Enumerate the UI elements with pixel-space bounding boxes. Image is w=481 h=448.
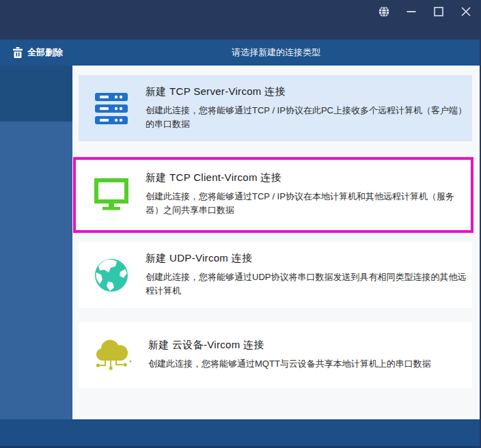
minimize-button[interactable] xyxy=(398,3,425,20)
card-title: 新建 TCP Client-Vircom 连接 xyxy=(146,171,468,184)
card-udp-vircom[interactable]: 新建 UDP-Vircom 连接 创建此连接，您将能够通过UDP协议将串口数据发… xyxy=(79,242,472,308)
language-globe-icon[interactable] xyxy=(370,3,398,20)
card-title: 新建 云设备-Vircom 连接 xyxy=(148,339,471,352)
language-globe-icon xyxy=(379,6,389,17)
monitor-icon xyxy=(94,178,129,210)
close-button[interactable] xyxy=(452,3,480,20)
minimize-icon xyxy=(407,7,416,16)
server-icon xyxy=(94,93,129,124)
card-description: 创建此连接，您将能够通过MQTT与云设备共享本地计算机上的串口数据 xyxy=(148,357,471,371)
card-description: 创建此连接，您将能够通过TCP / IP协议在此PC上接收多个远程计算机（客户端… xyxy=(146,104,468,131)
page-title: 请选择新建的连接类型 xyxy=(72,40,480,66)
app-window: 全部删除 请选择新建的连接类型 xyxy=(0,0,481,448)
close-icon xyxy=(461,7,471,16)
card-tcp-client-vircom[interactable]: 新建 TCP Client-Vircom 连接 创建此连接，您将能够通过TCP … xyxy=(79,161,471,227)
card-title: 新建 TCP Server-Vircom 连接 xyxy=(146,85,468,98)
cloud-icon xyxy=(94,339,132,372)
body: 新建 TCP Server-Vircom 连接 创建此连接，您将能够通过TCP … xyxy=(0,66,480,419)
maximize-button[interactable] xyxy=(425,3,452,20)
globe-icon xyxy=(94,259,129,292)
connection-type-list: 新建 TCP Server-Vircom 连接 创建此连接，您将能够通过TCP … xyxy=(72,66,480,419)
card-cloud-device-vircom[interactable]: 新建 云设备-Vircom 连接 创建此连接，您将能够通过MQTT与云设备共享本… xyxy=(79,322,472,388)
window-controls xyxy=(370,3,480,20)
header-bar: 全部删除 请选择新建的连接类型 xyxy=(0,40,480,66)
delete-all-label: 全部删除 xyxy=(27,46,63,59)
card-description: 创建此连接，您将能够通过TCP / IP协议在本地计算机和其他远程计算机（服务器… xyxy=(146,190,468,217)
delete-all-button[interactable]: 全部删除 xyxy=(13,40,63,66)
card-title: 新建 UDP-Vircom 连接 xyxy=(146,252,468,265)
card-tcp-server-vircom[interactable]: 新建 TCP Server-Vircom 连接 创建此连接，您将能够通过TCP … xyxy=(79,75,472,141)
card-description: 创建此连接，您将能够通过UDP协议将串口数据发送到具有相同类型连接的其他远程计算… xyxy=(146,270,468,298)
bottom-bar xyxy=(0,419,480,448)
maximize-icon xyxy=(434,7,443,16)
sidebar-selected-item[interactable] xyxy=(0,66,72,122)
highlight-annotation-box: 新建 TCP Client-Vircom 连接 创建此连接，您将能够通过TCP … xyxy=(73,157,473,233)
title-bar xyxy=(0,0,480,40)
sidebar xyxy=(0,66,72,419)
trash-icon xyxy=(13,47,23,58)
